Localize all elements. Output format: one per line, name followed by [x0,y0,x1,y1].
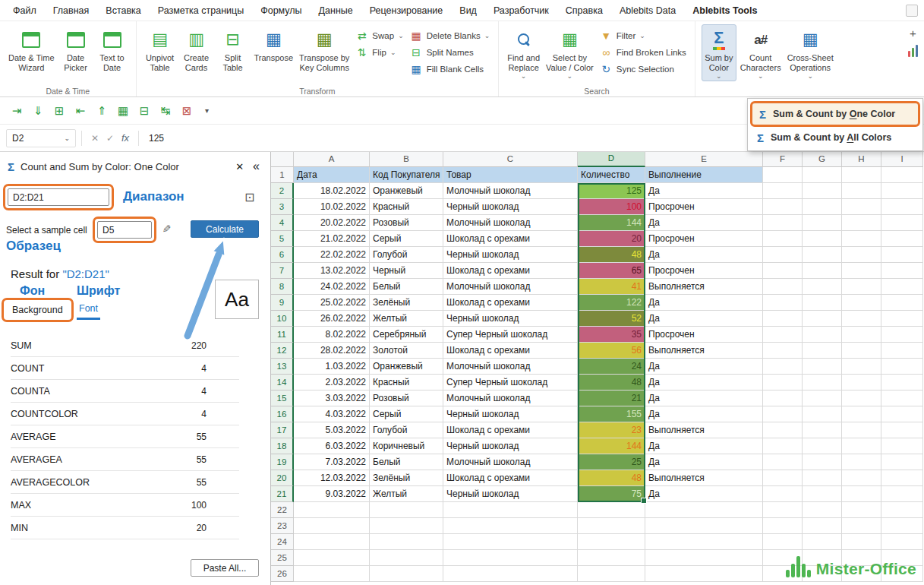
cell-I23[interactable] [881,518,923,534]
cell-I20[interactable] [881,470,923,486]
pane-collapse-icon[interactable] [251,160,261,173]
cell-E2[interactable]: Да [645,183,763,199]
row-header-15[interactable]: 15 [271,391,294,406]
cell-C8[interactable]: Молочный шоколад [443,279,578,295]
select-all-corner[interactable] [271,152,294,167]
cell-C10[interactable]: Черный шоколад [443,311,578,327]
tab-ablebits-tools[interactable]: Ablebits Tools [684,0,765,21]
cell-A8[interactable]: 24.02.2022 [294,279,370,295]
cell-G14[interactable] [803,375,842,391]
quick-tool-icon-6[interactable] [114,102,132,120]
cell-D26[interactable] [578,566,645,582]
cell-G8[interactable] [803,279,842,295]
cell-D5[interactable]: 20 [578,231,645,247]
cell-A19[interactable]: 7.03.2022 [294,454,370,470]
column-header-E[interactable]: E [645,152,763,167]
cell-C12[interactable]: Шоколад с орехами [443,343,578,359]
cell-C5[interactable]: Шоколад с орехами [443,231,578,247]
cell-A15[interactable]: 3.03.2022 [294,391,370,406]
cell-F7[interactable] [763,263,803,279]
cell-D20[interactable]: 48 [578,470,645,486]
cell-D8[interactable]: 41 [578,279,645,295]
row-header-21[interactable]: 21 [271,486,294,502]
cell-E19[interactable]: Да [645,454,763,470]
delete-blanks-button[interactable]: Delete Blanks [410,30,490,41]
cell-B5[interactable]: Серый [370,231,443,247]
cell-B6[interactable]: Голубой [370,247,443,263]
cell-B16[interactable]: Серый [370,406,443,422]
cell-D22[interactable] [578,502,645,518]
cell-H8[interactable] [842,279,881,295]
cell-A10[interactable]: 26.02.2022 [294,311,370,327]
cell-E7[interactable]: Просрочен [645,263,763,279]
cell-D10[interactable]: 52 [578,311,645,327]
cell-H5[interactable] [842,231,881,247]
column-header-I[interactable]: I [881,152,923,167]
cell-B22[interactable] [370,502,443,518]
cell-E5[interactable]: Просрочен [645,231,763,247]
cell-H16[interactable] [842,406,881,422]
cell-H19[interactable] [842,454,881,470]
cell-H22[interactable] [842,502,881,518]
cell-G22[interactable] [803,502,842,518]
cell-D9[interactable]: 122 [578,295,645,311]
cell-E26[interactable] [645,566,763,582]
cell-C24[interactable] [443,534,578,550]
tab-file[interactable]: Файл [5,0,45,21]
cell-F24[interactable] [763,534,803,550]
cell-F21[interactable] [763,486,803,502]
row-header-10[interactable]: 10 [271,311,294,327]
cell-I12[interactable] [881,343,923,359]
cell-H17[interactable] [842,422,881,438]
cell-E8[interactable]: Выполняется [645,279,763,295]
cell-H2[interactable] [842,183,881,199]
cell-I19[interactable] [881,454,923,470]
cell-A23[interactable] [294,518,370,534]
menu-item-one-color[interactable]: Sum & Count by One Color [750,101,920,127]
cell-F13[interactable] [763,359,803,375]
cell-C14[interactable]: Супер Черный шоколад [443,375,578,391]
cell-I21[interactable] [881,486,923,502]
row-header-3[interactable]: 3 [271,199,294,215]
cell-E9[interactable]: Да [645,295,763,311]
cell-B8[interactable]: Белый [370,279,443,295]
row-header-14[interactable]: 14 [271,375,294,391]
cell-I16[interactable] [881,406,923,422]
cell-I1[interactable] [881,167,923,183]
cell-I2[interactable] [881,183,923,199]
cell-E1[interactable]: Выполнение [645,167,763,183]
find-and-replace-button[interactable]: Find and Replace [505,24,542,81]
cell-G3[interactable] [803,199,842,215]
cell-H3[interactable] [842,199,881,215]
row-header-23[interactable]: 23 [271,518,294,534]
sum-by-color-button[interactable]: Sum by Color [702,24,736,81]
cell-G4[interactable] [803,215,842,231]
cell-E10[interactable]: Да [645,311,763,327]
cell-G6[interactable] [803,247,842,263]
cell-G12[interactable] [803,343,842,359]
cell-B17[interactable]: Голубой [370,422,443,438]
row-header-8[interactable]: 8 [271,279,294,295]
cell-E14[interactable]: Да [645,375,763,391]
range-select-icon[interactable] [244,190,254,204]
find-broken-links-button[interactable]: Find Broken Links [600,47,686,58]
cell-B3[interactable]: Красный [370,199,443,215]
cell-I4[interactable] [881,215,923,231]
row-header-6[interactable]: 6 [271,247,294,263]
cell-F3[interactable] [763,199,803,215]
cancel-entry-icon[interactable] [87,133,102,144]
cell-G1[interactable] [803,167,842,183]
range-input[interactable]: D2:D21 [8,188,109,206]
cell-G17[interactable] [803,422,842,438]
cell-H24[interactable] [842,534,881,550]
cell-A11[interactable]: 8.02.2022 [294,327,370,343]
cell-I5[interactable] [881,231,923,247]
cell-H14[interactable] [842,375,881,391]
cell-F2[interactable] [763,183,803,199]
cell-C17[interactable]: Шоколад с орехами [443,422,578,438]
cell-B2[interactable]: Оранжевый [370,183,443,199]
cell-I24[interactable] [881,534,923,550]
tab-data[interactable]: Данные [311,0,361,21]
add-icon[interactable]: + [910,27,916,39]
confirm-entry-icon[interactable] [102,133,118,144]
